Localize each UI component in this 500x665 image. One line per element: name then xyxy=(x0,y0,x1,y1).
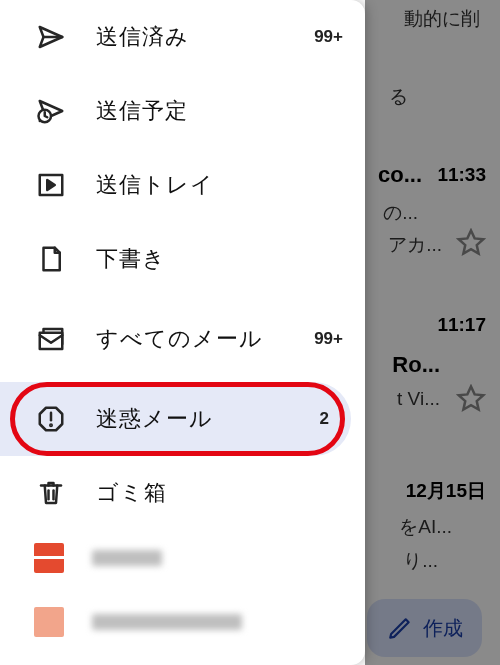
bg-sender: co... xyxy=(378,162,422,188)
sidebar-item-label: 送信予定 xyxy=(96,97,307,125)
sidebar-item-spam[interactable]: 迷惑メール 2 xyxy=(0,382,351,456)
svg-point-6 xyxy=(50,425,52,427)
sidebar-item-scheduled[interactable]: 送信予定 xyxy=(0,74,365,148)
label-color-swatch-icon xyxy=(34,543,64,573)
bg-sender: Ro... xyxy=(392,352,440,378)
label-color-swatch-icon xyxy=(34,607,64,637)
bg-subject: をAI... xyxy=(399,514,452,540)
bg-time: 11:17 xyxy=(437,314,486,336)
navigation-drawer: 送信済み 99+ 送信予定 送信トレイ 下書き xyxy=(0,0,365,665)
scheduled-icon xyxy=(34,94,68,128)
redacted-label xyxy=(92,614,242,630)
drafts-icon xyxy=(34,242,68,276)
star-icon[interactable] xyxy=(456,384,486,414)
sidebar-item-label: 送信トレイ xyxy=(96,171,307,199)
spam-icon xyxy=(34,402,68,436)
sidebar-item-trash[interactable]: ゴミ箱 xyxy=(0,456,365,530)
compose-label: 作成 xyxy=(423,615,463,642)
bg-text: る xyxy=(389,84,408,110)
bg-snippet: t Vi... xyxy=(397,388,440,410)
sidebar-item-label: 送信済み xyxy=(96,23,307,51)
sidebar-item-custom-label[interactable] xyxy=(0,594,365,650)
star-icon[interactable] xyxy=(456,228,486,258)
sidebar-item-label: ゴミ箱 xyxy=(96,479,307,507)
bg-time: 11:33 xyxy=(437,164,486,186)
sidebar-item-label: すべてのメール xyxy=(96,325,307,353)
sidebar-item-label: 迷惑メール xyxy=(96,405,293,433)
sidebar-item-drafts[interactable]: 下書き xyxy=(0,222,365,296)
sidebar-item-outbox[interactable]: 送信トレイ xyxy=(0,148,365,222)
sidebar-item-count: 99+ xyxy=(307,27,343,47)
sidebar-item-allmail[interactable]: すべてのメール 99+ xyxy=(0,296,365,382)
trash-icon xyxy=(34,476,68,510)
redacted-label xyxy=(92,550,162,566)
sidebar-item-custom-label[interactable] xyxy=(0,530,365,586)
sidebar-item-sent[interactable]: 送信済み 99+ xyxy=(0,0,365,74)
compose-button[interactable]: 作成 xyxy=(367,599,482,657)
sidebar-item-count: 2 xyxy=(293,409,329,429)
sidebar-item-count: 99+ xyxy=(307,329,343,349)
sent-icon xyxy=(34,20,68,54)
bg-text: 動的に削 xyxy=(404,6,480,32)
bg-subject: の... xyxy=(383,200,418,226)
sidebar-item-label: 下書き xyxy=(96,245,307,273)
outbox-icon xyxy=(34,168,68,202)
bg-snippet: アカ... xyxy=(388,232,442,258)
svg-rect-3 xyxy=(40,333,63,349)
bg-snippet: り... xyxy=(403,548,438,574)
allmail-icon xyxy=(34,322,68,356)
bg-date: 12月15日 xyxy=(406,478,486,504)
